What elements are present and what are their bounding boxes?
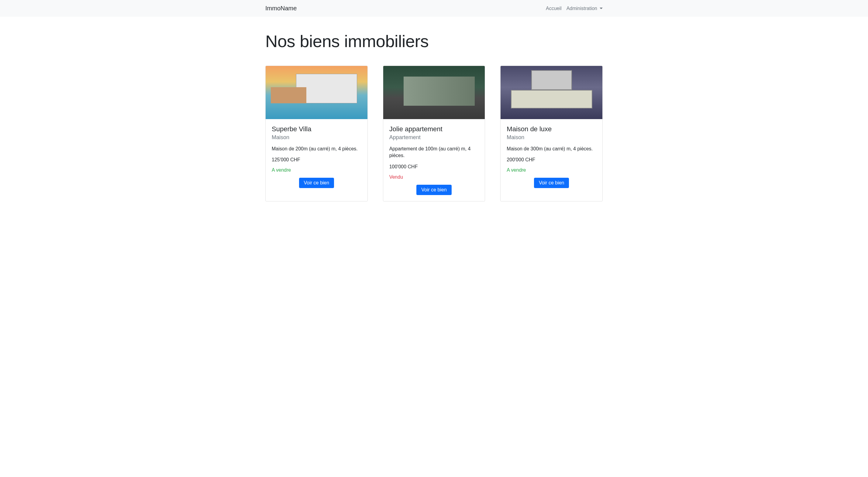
property-title: Maison de luxe (507, 125, 596, 133)
caret-down-icon (600, 8, 603, 9)
property-price: 125'000 CHF (272, 157, 361, 163)
card-body: Maison de luxeMaisonMaison de 300m (au c… (501, 119, 602, 194)
property-price: 200'000 CHF (507, 157, 596, 163)
property-price: 100'000 CHF (389, 164, 479, 169)
nav-link-home[interactable]: Accueil (546, 6, 562, 11)
view-property-button[interactable]: Voir ce bien (534, 178, 569, 188)
nav-link-admin-label: Administration (566, 6, 597, 11)
property-title: Jolie appartement (389, 125, 479, 133)
property-description: Maison de 200m (au carré) m, 4 pièces. (272, 146, 361, 152)
property-subtitle: Maison (507, 134, 596, 141)
nav-links: Accueil Administration (546, 6, 603, 11)
button-wrapper: Voir ce bien (507, 178, 596, 188)
property-subtitle: Appartement (389, 134, 479, 141)
property-card: Jolie appartementAppartementAppartement … (383, 66, 485, 201)
property-image (266, 66, 367, 119)
property-status: A vendre (507, 167, 596, 173)
page-title: Nos biens immobiliers (265, 31, 603, 51)
card-body: Superbe VillaMaisonMaison de 200m (au ca… (266, 119, 367, 194)
view-property-button[interactable]: Voir ce bien (299, 178, 334, 188)
property-description: Maison de 300m (au carré) m, 4 pièces. (507, 146, 596, 152)
nav-link-admin-dropdown[interactable]: Administration (566, 6, 603, 11)
property-subtitle: Maison (272, 134, 361, 141)
view-property-button[interactable]: Voir ce bien (416, 185, 452, 195)
property-status: Vendu (389, 174, 479, 180)
brand-link[interactable]: ImmoName (265, 5, 297, 12)
property-title: Superbe Villa (272, 125, 361, 133)
card-body: Jolie appartementAppartementAppartement … (383, 119, 485, 201)
property-description: Appartement de 100m (au carré) m, 4 pièc… (389, 146, 479, 159)
property-card: Superbe VillaMaisonMaison de 200m (au ca… (265, 66, 368, 201)
navbar: ImmoName Accueil Administration (0, 0, 868, 17)
property-status: A vendre (272, 167, 361, 173)
properties-row: Superbe VillaMaisonMaison de 200m (au ca… (265, 66, 603, 201)
button-wrapper: Voir ce bien (389, 185, 479, 195)
property-image (383, 66, 485, 119)
button-wrapper: Voir ce bien (272, 178, 361, 188)
property-card: Maison de luxeMaisonMaison de 300m (au c… (500, 66, 603, 201)
property-image (501, 66, 602, 119)
